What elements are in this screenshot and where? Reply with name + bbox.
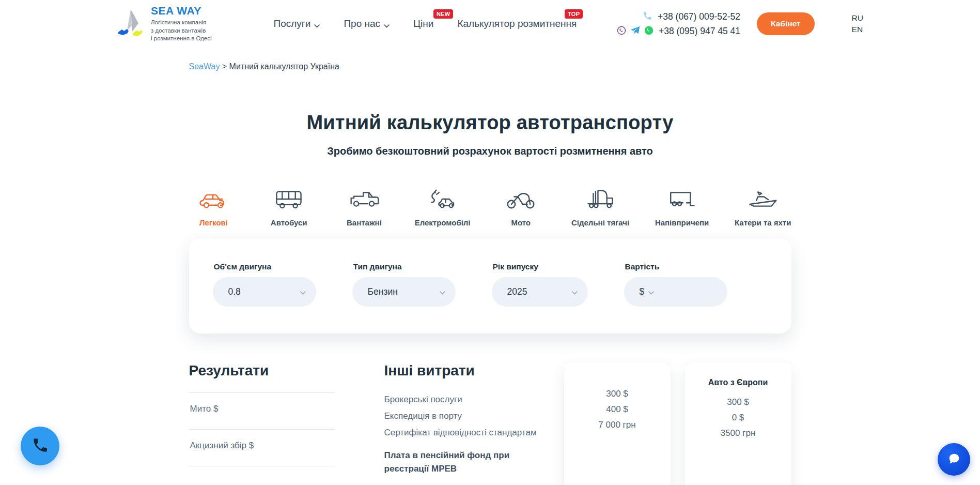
engine-volume-field: Об'єм двигуна 0.8 bbox=[213, 262, 316, 307]
chat-bubble-icon bbox=[946, 451, 962, 468]
phone-icon bbox=[32, 436, 49, 456]
whatsapp-icon[interactable] bbox=[644, 26, 654, 37]
tab-cars[interactable]: Легкові bbox=[189, 188, 239, 227]
tab-electric-cars[interactable]: Електромобілі bbox=[415, 188, 471, 227]
chevron-down-icon bbox=[314, 19, 320, 31]
cost-item-pension-fund: Плата в пенсійний фонд при реєстрації МР… bbox=[384, 449, 532, 476]
logo[interactable]: SEA WAY Логістична компанія з доставки в… bbox=[117, 5, 212, 43]
telegram-icon[interactable] bbox=[630, 26, 640, 37]
language-switcher: RU EN bbox=[852, 13, 863, 34]
tab-boats-yachts[interactable]: Катери та яхти bbox=[735, 188, 791, 227]
chat-fab-button[interactable] bbox=[938, 443, 970, 476]
cost-field: Вартість $ bbox=[624, 262, 727, 307]
cost-input[interactable]: $ bbox=[624, 277, 727, 307]
yacht-icon bbox=[748, 188, 778, 210]
site-header: SEA WAY Логістична компанія з доставки в… bbox=[0, 0, 980, 48]
results-title: Результати bbox=[189, 362, 335, 379]
bus-icon bbox=[274, 188, 304, 210]
breadcrumb: SeaWay > Митний калькулятор Україна bbox=[189, 48, 791, 71]
chevron-down-icon bbox=[300, 286, 306, 297]
year-field: Рік випуску 2025 bbox=[492, 262, 588, 307]
engine-type-label: Тип двигуна bbox=[352, 262, 456, 271]
page-subtitle: Зробимо безкоштовний розрахунок вартості… bbox=[189, 145, 791, 157]
year-select[interactable]: 2025 bbox=[492, 277, 588, 307]
other-costs-title: Інші витрати bbox=[384, 362, 555, 379]
chevron-down-icon bbox=[384, 19, 390, 31]
cost-card-europe: Авто з Європи 300 $ 0 $ 3500 грн bbox=[685, 362, 791, 485]
card-title-europe: Авто з Європи bbox=[693, 378, 783, 388]
results-section: Результати Мито $ Акцизний збір $ bbox=[189, 362, 335, 471]
tab-trucks[interactable]: Вантажні bbox=[339, 188, 389, 227]
chevron-down-icon bbox=[648, 286, 654, 297]
nav-item-about[interactable]: Про нас bbox=[344, 18, 390, 31]
nav-item-customs-calculator[interactable]: Калькулятор розмитнення TOP bbox=[457, 18, 577, 29]
other-costs-section: Інші витрати Брокерські послуги Експедиц… bbox=[384, 362, 555, 476]
cost-card-generic: 300 $ 400 $ 7 000 грн bbox=[564, 362, 671, 485]
cabinet-button[interactable]: Кабінет bbox=[757, 12, 815, 35]
trailer-icon bbox=[667, 188, 697, 210]
cost-item-certificate: Сертифікат відповідності стандартам bbox=[384, 425, 555, 441]
viber-icon[interactable] bbox=[617, 26, 626, 37]
semi-truck-icon bbox=[585, 188, 615, 210]
cost-item-broker: Брокерські послуги bbox=[384, 391, 555, 408]
electric-car-icon bbox=[428, 188, 458, 210]
nav-item-prices[interactable]: Ціни NEW bbox=[413, 18, 433, 29]
engine-type-field: Тип двигуна Бензин bbox=[352, 262, 456, 307]
engine-volume-label: Об'єм двигуна bbox=[213, 262, 316, 271]
header-contacts: +38 (067) 009-52-52 +38 (095) 947 45 41 bbox=[617, 11, 740, 37]
lang-ru[interactable]: RU bbox=[852, 13, 863, 23]
phone-number-1[interactable]: +38 (067) 009-52-52 bbox=[658, 11, 740, 22]
main-nav: Послуги Про нас Ціни NEW Калькулятор роз… bbox=[274, 18, 577, 31]
chevron-down-icon bbox=[440, 286, 445, 297]
paper-boat-logo-icon bbox=[117, 8, 144, 40]
tab-buses[interactable]: Автобуси bbox=[264, 188, 314, 227]
tab-semi-trucks[interactable]: Сідельні тягачі bbox=[571, 188, 629, 227]
car-icon bbox=[199, 188, 229, 210]
breadcrumb-current: Митний калькулятор Україна bbox=[229, 62, 339, 71]
phone-number-2[interactable]: +38 (095) 947 45 41 bbox=[659, 26, 740, 37]
top-badge: TOP bbox=[565, 9, 583, 19]
calculator-form: Об'єм двигуна 0.8 Тип двигуна Бензин Рік… bbox=[189, 238, 791, 334]
page-title: Митний калькулятор автотранспорту bbox=[189, 112, 791, 134]
tab-semi-trailers[interactable]: Напівпричепи bbox=[655, 188, 709, 227]
vehicle-type-tabs: Легкові Автобуси Вантажні bbox=[189, 188, 791, 227]
divider bbox=[189, 466, 335, 471]
cost-label: Вартість bbox=[624, 262, 727, 271]
logo-tagline: Логістична компанія з доставки вантажів … bbox=[151, 19, 212, 43]
new-badge: NEW bbox=[433, 9, 454, 19]
result-duty: Мито $ bbox=[189, 392, 335, 429]
year-label: Рік випуску bbox=[492, 262, 588, 271]
motorcycle-icon bbox=[506, 188, 536, 210]
engine-type-select[interactable]: Бензин bbox=[352, 277, 456, 307]
engine-volume-select[interactable]: 0.8 bbox=[213, 277, 316, 307]
tab-motorcycles[interactable]: Мото bbox=[496, 188, 546, 227]
lang-en[interactable]: EN bbox=[852, 25, 863, 34]
cost-item-port: Експедиція в порту bbox=[384, 408, 555, 425]
nav-item-services[interactable]: Послуги bbox=[274, 18, 320, 31]
logo-title: SEA WAY bbox=[151, 5, 212, 17]
currency-selector[interactable]: $ bbox=[640, 286, 645, 297]
phone-icon bbox=[643, 11, 652, 23]
breadcrumb-home-link[interactable]: SeaWay bbox=[189, 62, 220, 71]
call-fab-button[interactable] bbox=[21, 427, 59, 465]
truck-icon bbox=[349, 188, 379, 210]
result-excise: Акцизний збір $ bbox=[189, 429, 335, 466]
chevron-down-icon bbox=[572, 286, 578, 297]
